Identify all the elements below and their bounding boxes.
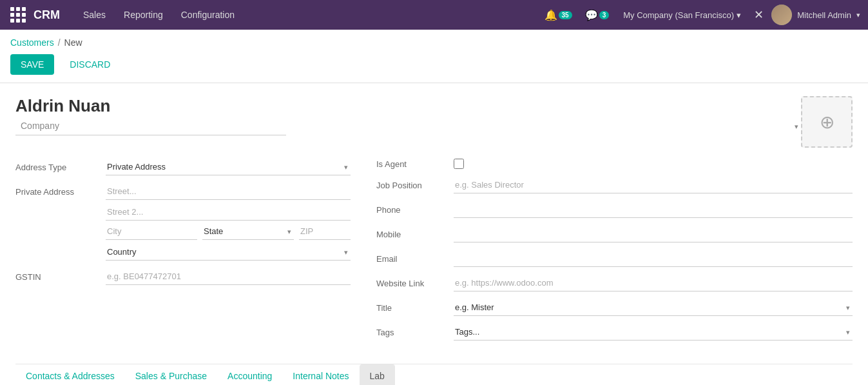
address-type-select[interactable]: Private Address — [106, 159, 351, 175]
topnav-right: 🔔 35 💬 3 My Company (San Francisco) ▾ ✕ … — [541, 5, 860, 25]
job-position-label: Job Position — [376, 181, 454, 190]
website-label: Website Link — [376, 279, 454, 288]
website-value — [454, 275, 853, 291]
action-buttons: SAVE DISCARD — [10, 54, 858, 75]
private-address-row: Private Address State — [15, 183, 351, 261]
zip-input[interactable] — [299, 223, 351, 240]
photo-upload-button[interactable]: ⊕ — [801, 96, 853, 148]
email-label: Email — [376, 254, 454, 264]
discard-button[interactable]: DISCARD — [59, 54, 121, 75]
street-input[interactable] — [106, 183, 351, 200]
form-right: Is Agent Job Position Phone — [376, 159, 853, 348]
apps-menu-button[interactable] — [8, 5, 28, 25]
address-type-row: Address Type Private Address — [15, 159, 351, 175]
breadcrumb-separator: / — [58, 37, 61, 48]
bell-icon: 🔔 — [545, 9, 557, 21]
form-left: Address Type Private Address Private Add… — [15, 159, 351, 348]
company-name: My Company (San Francisco) — [623, 10, 734, 20]
is-agent-label: Is Agent — [376, 159, 454, 169]
is-agent-checkbox[interactable] — [454, 159, 464, 169]
gstin-value — [106, 268, 351, 285]
app-brand[interactable]: CRM — [34, 8, 60, 22]
company-chevron-icon: ▾ — [737, 10, 741, 20]
website-input[interactable] — [454, 275, 853, 291]
company-selector[interactable]: My Company (San Francisco) ▾ — [618, 8, 746, 23]
chat-icon: 💬 — [585, 9, 598, 21]
phone-value — [454, 201, 853, 218]
company-select-wrap: Company — [15, 117, 801, 135]
notification-badge: 35 — [559, 11, 572, 19]
gstin-row: GSTIN — [15, 268, 351, 285]
close-button[interactable]: ✕ — [751, 5, 766, 25]
tab-contacts-addresses[interactable]: Contacts & Addresses — [15, 364, 125, 385]
tab-sales-purchase[interactable]: Sales & Purchase — [125, 364, 217, 385]
camera-add-icon: ⊕ — [820, 112, 834, 133]
tab-lab[interactable]: Lab — [360, 364, 395, 385]
tabs-area: Contacts & Addresses Sales & Purchase Ac… — [15, 364, 853, 385]
address-type-label: Address Type — [15, 159, 106, 172]
topnav: CRM Sales Reporting Configuration 🔔 35 💬… — [0, 0, 868, 30]
title-select[interactable]: e.g. Mister — [454, 299, 853, 316]
title-row: Title e.g. Mister — [376, 299, 853, 316]
phone-row: Phone — [376, 201, 853, 218]
phone-label: Phone — [376, 205, 454, 215]
menu-reporting[interactable]: Reporting — [116, 6, 171, 24]
user-name[interactable]: Mitchell Admin — [797, 10, 851, 20]
avatar-image — [771, 5, 792, 25]
tags-label: Tags — [376, 328, 454, 337]
tab-accounting[interactable]: Accounting — [217, 364, 282, 385]
email-value — [454, 250, 853, 267]
address-type-value: Private Address — [106, 159, 351, 175]
main-content: Company ⊕ Address Type Private Address — [0, 83, 868, 385]
tabs-nav: Contacts & Addresses Sales & Purchase Ac… — [15, 364, 853, 385]
gstin-input[interactable] — [106, 268, 351, 285]
chat-badge: 3 — [599, 11, 610, 19]
private-address-label: Private Address — [15, 183, 106, 197]
breadcrumb-parent[interactable]: Customers — [10, 37, 54, 48]
tags-value: Tags... — [454, 324, 853, 341]
is-agent-value — [454, 159, 853, 169]
mobile-value — [454, 226, 853, 242]
user-chevron-icon: ▾ — [856, 11, 860, 19]
state-select[interactable]: State — [202, 223, 294, 240]
record-name-input[interactable] — [15, 96, 232, 117]
email-row: Email — [376, 250, 853, 267]
mobile-label: Mobile — [376, 230, 454, 239]
menu-configuration[interactable]: Configuration — [173, 6, 242, 24]
save-button[interactable]: SAVE — [10, 54, 54, 75]
title-value: e.g. Mister — [454, 299, 853, 316]
email-input[interactable] — [454, 250, 853, 267]
notifications-button[interactable]: 🔔 35 — [541, 6, 576, 24]
record-header: Company ⊕ — [15, 96, 853, 148]
tab-internal-notes[interactable]: Internal Notes — [282, 364, 359, 385]
street2-input[interactable] — [106, 204, 351, 221]
breadcrumb-area: Customers / New SAVE DISCARD — [0, 30, 868, 83]
menu-sales[interactable]: Sales — [75, 6, 113, 24]
country-select[interactable]: Country — [106, 244, 351, 261]
private-address-fields: State Country — [106, 183, 351, 261]
phone-input[interactable] — [454, 201, 853, 218]
city-state-zip-grid: State — [106, 223, 351, 240]
avatar[interactable] — [771, 5, 792, 25]
breadcrumb-current: New — [64, 37, 82, 48]
title-label: Title — [376, 303, 454, 313]
form-body: Address Type Private Address Private Add… — [15, 159, 853, 348]
tags-select[interactable]: Tags... — [454, 324, 853, 341]
tags-row: Tags Tags... — [376, 324, 853, 341]
company-select[interactable]: Company — [15, 117, 286, 135]
record-name-area: Company — [15, 96, 801, 148]
job-position-value — [454, 177, 853, 193]
chat-button[interactable]: 💬 3 — [581, 6, 613, 24]
breadcrumb: Customers / New — [10, 37, 858, 48]
state-select-wrap: State — [202, 223, 294, 240]
company-field: Company — [15, 117, 801, 135]
city-input[interactable] — [106, 223, 197, 240]
form-card: Company ⊕ Address Type Private Address — [0, 83, 868, 385]
website-row: Website Link — [376, 275, 853, 291]
country-select-wrap: Country — [106, 244, 351, 261]
apps-grid-icon — [10, 7, 26, 23]
mobile-input[interactable] — [454, 226, 853, 242]
mobile-row: Mobile — [376, 226, 853, 242]
is-agent-row: Is Agent — [376, 159, 853, 169]
job-position-input[interactable] — [454, 177, 853, 193]
